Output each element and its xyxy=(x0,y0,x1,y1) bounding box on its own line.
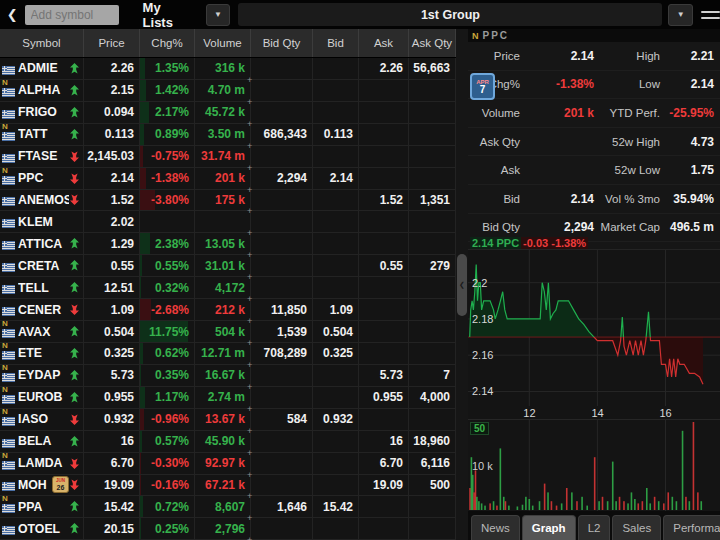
row-handle-icon[interactable]: + xyxy=(247,426,252,436)
row-handle-icon[interactable]: + xyxy=(247,448,252,458)
row-handle-icon[interactable]: + xyxy=(247,382,252,392)
cell-ask-qty: 4,000 xyxy=(409,387,456,408)
cell-volume: 175 k xyxy=(195,190,251,211)
table-row[interactable]: NEUROB0.9551.17%2.74 m+0.9554,000 xyxy=(0,387,456,409)
cell-ask: 5.73 xyxy=(359,365,409,386)
table-row[interactable]: CENER1.09-2.68%212 k11,850+1.09 xyxy=(0,299,456,321)
cell-symbol: NEYDAP xyxy=(0,365,84,386)
cell-chg xyxy=(140,211,195,232)
table-row[interactable]: NPPC2.14-1.38%201 k2,294+2.14 xyxy=(0,168,456,190)
row-handle-icon[interactable]: + xyxy=(247,491,252,501)
row-handle-icon[interactable]: + xyxy=(247,360,252,370)
table-row[interactable]: MOHJUN2619.09-0.16%67.21 k+19.09500 xyxy=(0,475,456,497)
table-row[interactable]: OTOEL20.150.25%2,796+ xyxy=(0,518,456,540)
calendar-event-icon: JUN26 xyxy=(52,476,69,493)
cell-ask xyxy=(359,409,409,430)
cell-volume: 504 k xyxy=(195,321,251,342)
row-handle-icon[interactable]: + xyxy=(247,141,252,151)
cell-chg: -0.30% xyxy=(140,453,195,474)
row-handle-icon[interactable]: + xyxy=(247,97,252,107)
cell-price: 19.09 xyxy=(84,475,140,496)
chg-heat-bar xyxy=(140,431,142,452)
cell-price: 0.113 xyxy=(84,124,140,145)
group-chevron-down-icon[interactable]: ▼ xyxy=(668,4,693,26)
column-header-price[interactable]: Price xyxy=(84,29,140,57)
cell-bid xyxy=(313,190,359,211)
row-handle-icon[interactable]: + xyxy=(247,75,252,85)
table-row[interactable]: TELL12.510.32%4,172+ xyxy=(0,277,456,299)
table-row[interactable]: FRIGO0.0942.17%45.72 k+ xyxy=(0,102,456,124)
table-row[interactable]: ATTICA1.292.38%13.05 k+ xyxy=(0,233,456,255)
column-header-bid[interactable]: Bid xyxy=(313,29,359,57)
symbol-label: ETE xyxy=(18,346,69,360)
column-header-bid-qty[interactable]: Bid Qty xyxy=(251,29,313,57)
row-handle-icon[interactable]: + xyxy=(247,338,252,348)
row-handle-icon[interactable]: + xyxy=(247,272,252,282)
quote-price: 2.14 PPC xyxy=(470,237,521,249)
row-handle-icon[interactable]: + xyxy=(247,316,252,326)
cell-price: 0.504 xyxy=(84,321,140,342)
back-icon[interactable]: ❮ xyxy=(0,7,25,22)
column-header-ask-qty[interactable]: Ask Qty xyxy=(409,29,456,57)
table-row[interactable]: NLAMDA6.70-0.30%92.97 k+6.706,116 xyxy=(0,453,456,475)
my-lists-chevron-down-icon[interactable]: ▼ xyxy=(206,4,231,26)
row-handle-icon[interactable]: + xyxy=(247,513,252,523)
group-selector[interactable]: 1st Group xyxy=(238,3,662,26)
table-row[interactable]: CRETA0.550.55%31.01 k+0.55279 xyxy=(0,255,456,277)
row-handle-icon[interactable]: + xyxy=(247,535,252,540)
table-row[interactable]: KLEM2.02+ xyxy=(0,211,456,233)
column-header-volume[interactable]: Volume xyxy=(195,29,251,57)
cell-bid xyxy=(313,233,359,254)
row-handle-icon[interactable]: + xyxy=(247,206,252,216)
cell-symbol: FTASE xyxy=(0,146,84,167)
divider-drag-handle[interactable]: ❮ xyxy=(457,254,467,316)
cell-ask xyxy=(359,518,409,539)
tab-performance[interactable]: Performance xyxy=(663,515,720,540)
column-header-ask[interactable]: Ask xyxy=(359,29,409,57)
tab-sales[interactable]: Sales xyxy=(612,515,661,540)
add-symbol-input[interactable] xyxy=(25,5,119,25)
cell-chg: 0.62% xyxy=(140,343,195,364)
table-row[interactable]: NAVAX0.50411.75%504 k1,539+0.504 xyxy=(0,321,456,343)
table-row[interactable]: NTATT0.1130.89%3.50 m686,343+0.113 xyxy=(0,124,456,146)
detail-label: Ask xyxy=(470,164,520,176)
table-row[interactable]: NEYDAP5.730.35%16.67 k+5.737 xyxy=(0,365,456,387)
detail-label: Price xyxy=(470,50,520,62)
row-handle-icon[interactable]: + xyxy=(247,470,252,480)
cell-symbol: NALPHA xyxy=(0,80,84,101)
detail-symbol-label: PPC xyxy=(483,30,510,41)
new-badge: N xyxy=(2,319,8,328)
volume-chart[interactable]: 50 10 k xyxy=(468,419,720,512)
table-row[interactable]: ANEMOS1.52-3.80%175 k+1.521,351 xyxy=(0,190,456,212)
cell-bid-qty: + xyxy=(251,518,313,539)
column-header-chg-[interactable]: Chg% xyxy=(140,29,195,57)
row-handle-icon[interactable]: + xyxy=(247,294,252,304)
row-handle-icon[interactable]: + xyxy=(247,119,252,129)
price-chart[interactable]: 2.22.182.162.14121416 xyxy=(468,249,720,420)
row-handle-icon[interactable]: + xyxy=(247,228,252,238)
up-arrow-icon xyxy=(69,107,81,118)
chg-heat-bar xyxy=(140,277,141,298)
column-header-symbol[interactable]: Symbol xyxy=(0,29,84,57)
table-row[interactable]: NPPA15.420.72%8,6071,646+15.42 xyxy=(0,496,456,518)
table-row[interactable]: BELA160.57%45.90 k+1618,960 xyxy=(0,431,456,453)
my-lists-button[interactable]: My Lists xyxy=(129,0,206,30)
table-row[interactable]: FTASE2,145.03-0.75%31.74 m+ xyxy=(0,146,456,168)
symbol-label: FRIGO xyxy=(18,105,69,119)
row-handle-icon[interactable]: + xyxy=(247,163,252,173)
cell-chg: 0.35% xyxy=(140,365,195,386)
table-row[interactable]: NALPHA2.151.42%4.70 m+ xyxy=(0,80,456,102)
tab-graph[interactable]: Graph xyxy=(522,515,576,540)
tab-news[interactable]: News xyxy=(471,515,520,540)
detail-value: 1.75 xyxy=(660,163,718,177)
dividend-calendar-icon: APR 7 xyxy=(470,73,495,100)
row-handle-icon[interactable]: + xyxy=(247,250,252,260)
table-row[interactable]: NETE0.3250.62%12.71 m708,289+0.325 xyxy=(0,343,456,365)
row-handle-icon[interactable]: + xyxy=(247,185,252,195)
tab-l2[interactable]: L2 xyxy=(578,515,611,540)
menu-icon[interactable] xyxy=(701,5,720,25)
table-row[interactable]: NIASO0.932-0.96%13.67 k584+0.932 xyxy=(0,409,456,431)
table-row[interactable]: ADMIE2.261.35%316 k+2.2656,663 xyxy=(0,58,456,80)
row-handle-icon[interactable]: + xyxy=(247,404,252,414)
greece-flag-icon xyxy=(2,371,15,380)
